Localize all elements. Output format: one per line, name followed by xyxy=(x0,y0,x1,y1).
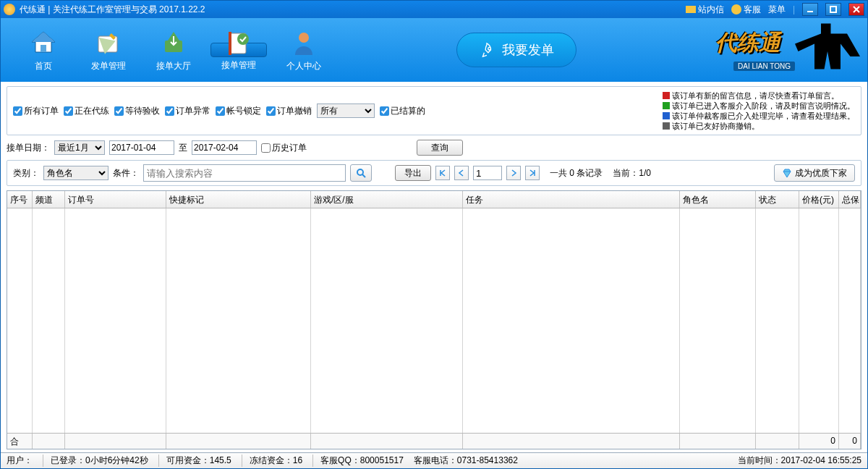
brand-logo: 代练通 DAI LIAN TONG xyxy=(694,21,860,79)
col-task[interactable]: 任务 xyxy=(463,191,680,208)
status-avail: 可用资金：145.5 xyxy=(158,455,231,467)
sum-label: 合计： xyxy=(7,434,33,449)
legend-blue: 该订单仲裁客服已介入处理完毕，请查看处理结果。 xyxy=(672,111,855,121)
nav-send-label: 发单管理 xyxy=(91,60,126,72)
brand-main: 代练通 xyxy=(715,28,780,58)
query-button[interactable]: 查询 xyxy=(417,140,463,156)
maximize-button[interactable] xyxy=(825,3,841,16)
chk-lock-label: 帐号锁定 xyxy=(226,105,261,117)
mail-icon xyxy=(686,6,696,13)
hall-icon xyxy=(158,28,190,57)
col-mark[interactable]: 快捷标记 xyxy=(166,191,311,208)
nav-me[interactable]: 个人中心 xyxy=(276,21,332,79)
date-from[interactable] xyxy=(109,140,174,155)
send-icon xyxy=(93,28,124,57)
service-label: 客服 xyxy=(744,4,761,16)
chk-cancel[interactable]: 订单撤销 xyxy=(266,105,312,117)
nav-recv-label: 接单管理 xyxy=(221,59,256,72)
last-page-button[interactable] xyxy=(525,166,540,180)
brand-sub: DAI LIAN TONG xyxy=(733,62,795,71)
sum-price: 0 xyxy=(799,434,839,449)
total-label: 一共 0 条记录 xyxy=(550,167,603,179)
grid-footer: 合计： 0 0 xyxy=(7,433,861,449)
status-time: 当前时间：2017-02-04 16:55:25 xyxy=(738,455,861,467)
figure-icon xyxy=(795,21,860,72)
rocket-icon xyxy=(479,42,495,58)
nav-home[interactable]: 首页 xyxy=(15,21,72,79)
chk-settled[interactable]: 已结算的 xyxy=(380,105,425,117)
date-row: 接单日期： 最近1月 至 历史订单 查询 xyxy=(7,140,861,156)
first-page-button[interactable] xyxy=(435,166,450,180)
sq-gray-icon xyxy=(663,122,670,130)
sq-green-icon xyxy=(663,102,670,109)
prev-page-button[interactable] xyxy=(454,166,469,180)
grid-body xyxy=(7,208,861,433)
home-icon xyxy=(27,28,59,57)
col-order[interactable]: 订单号 xyxy=(65,191,166,208)
legend-red: 该订单有新的留言信息，请尽快查看订单留言。 xyxy=(672,90,839,101)
chk-all[interactable]: 所有订单 xyxy=(13,105,59,117)
svg-point-8 xyxy=(357,169,363,175)
export-button[interactable]: 导出 xyxy=(395,165,431,181)
person-icon xyxy=(288,28,320,57)
col-state[interactable]: 状态 xyxy=(756,191,799,208)
recv-icon xyxy=(223,29,255,56)
col-chan[interactable]: 频道 xyxy=(33,191,65,208)
date-label: 接单日期： xyxy=(7,142,50,154)
service-link[interactable]: 客服 xyxy=(731,4,761,16)
next-page-button[interactable] xyxy=(506,166,521,180)
sum-dep: 0 xyxy=(839,434,861,449)
publish-button[interactable]: 我要发单 xyxy=(456,33,576,67)
separator: | xyxy=(793,4,795,14)
all-select[interactable]: 所有 xyxy=(317,103,375,118)
col-price[interactable]: 价格(元) xyxy=(799,191,839,208)
col-role[interactable]: 角色名 xyxy=(680,191,756,208)
chk-wait-label: 等待验收 xyxy=(125,105,160,117)
page-input[interactable] xyxy=(473,166,502,180)
chk-history[interactable]: 历史订单 xyxy=(261,142,307,154)
chk-abn-label: 订单异常 xyxy=(176,105,210,117)
chk-abn[interactable]: 订单异常 xyxy=(165,105,210,117)
diamond-icon xyxy=(782,168,792,178)
cat-select[interactable]: 角色名 xyxy=(43,166,109,180)
search-icon xyxy=(356,168,366,178)
chk-settled-label: 已结算的 xyxy=(391,105,425,117)
nav-me-label: 个人中心 xyxy=(286,60,321,72)
search-button[interactable] xyxy=(350,164,372,182)
nav-hall-label: 接单大厅 xyxy=(156,60,191,72)
svg-rect-0 xyxy=(830,7,836,12)
filter-panel: 所有订单 正在代练 等待验收 订单异常 帐号锁定 订单撤销 所有 已结算的 该订… xyxy=(7,86,861,135)
nav-hall[interactable]: 接单大厅 xyxy=(145,21,202,79)
col-game[interactable]: 游戏/区/服 xyxy=(311,191,463,208)
menu-link[interactable]: 菜单 xyxy=(768,4,786,16)
grid-header: 序号 频道 订单号 快捷标记 游戏/区/服 任务 角色名 状态 价格(元) 总保 xyxy=(7,191,861,208)
status-frozen: 冻结资金：16 xyxy=(242,455,302,467)
search-input[interactable] xyxy=(143,164,346,182)
premium-button[interactable]: 成为优质下家 xyxy=(774,164,855,182)
chk-running[interactable]: 正在代练 xyxy=(64,105,109,117)
premium-label: 成为优质下家 xyxy=(795,167,847,179)
chk-lock[interactable]: 帐号锁定 xyxy=(216,105,261,117)
face-icon xyxy=(731,4,741,14)
cond-label: 条件： xyxy=(113,167,139,179)
close-button[interactable] xyxy=(848,3,864,16)
minimize-button[interactable] xyxy=(802,3,818,16)
titlebar: 代练通 | 关注代练工作室管理与交易 2017.1.22.2 站内信 客服 菜单… xyxy=(1,1,867,18)
nav-send[interactable]: 发单管理 xyxy=(80,21,137,79)
publish-label: 我要发单 xyxy=(502,41,554,59)
nav-recv[interactable]: 接单管理 xyxy=(210,43,267,57)
nav-home-label: 首页 xyxy=(35,60,52,72)
current-label: 当前：1/0 xyxy=(613,167,651,179)
period-select[interactable]: 最近1月 xyxy=(54,140,105,155)
mail-link[interactable]: 站内信 xyxy=(686,4,724,16)
svg-rect-5 xyxy=(229,32,231,55)
status-tel: 客服电话：0731-85413362 xyxy=(414,455,518,467)
chk-wait[interactable]: 等待验收 xyxy=(114,105,160,117)
data-grid: 序号 频道 订单号 快捷标记 游戏/区/服 任务 角色名 状态 价格(元) 总保… xyxy=(7,190,861,449)
date-to[interactable] xyxy=(192,140,257,155)
col-dep[interactable]: 总保 xyxy=(839,191,861,208)
menu-label: 菜单 xyxy=(768,4,786,16)
window-title: 代练通 | 关注代练工作室管理与交易 2017.1.22.2 xyxy=(20,4,686,16)
status-qq: 客服QQ：800051517 xyxy=(312,455,404,467)
col-idx[interactable]: 序号 xyxy=(7,191,33,208)
